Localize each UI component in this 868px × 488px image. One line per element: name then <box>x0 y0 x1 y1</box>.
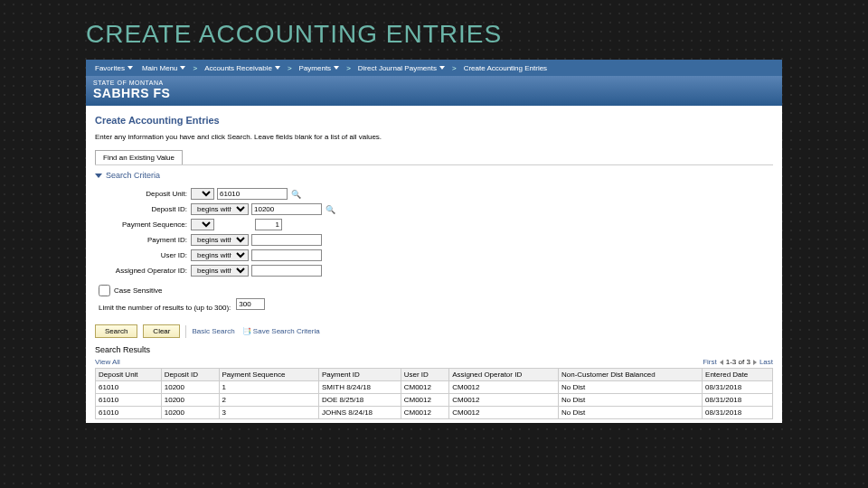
state-label: STATE OF MONTANA <box>93 80 775 86</box>
table-cell: No Dist <box>558 381 702 394</box>
deposit-unit-op[interactable]: = <box>191 188 214 200</box>
prev-icon[interactable] <box>720 360 723 365</box>
top-nav: Favorites Main Menu > Accounts Receivabl… <box>86 60 782 76</box>
page-title: Create Accounting Entries <box>95 115 773 126</box>
search-criteria: Deposit Unit: = 🔍 Deposit ID: begins wit… <box>100 187 773 277</box>
case-sensitive-label: Case Sensitive <box>114 286 162 295</box>
col-header[interactable]: Payment Sequence <box>219 369 319 381</box>
page-instructions: Enter any information you have and click… <box>95 133 773 141</box>
slide-title: CREATE ACCOUNTING ENTRIES <box>86 20 868 49</box>
brand-banner: STATE OF MONTANA SABHRS FS <box>86 76 782 106</box>
payment-seq-input[interactable] <box>255 219 282 230</box>
nav-favorites[interactable]: Favorites <box>90 64 137 72</box>
chevron-down-icon <box>127 66 133 70</box>
chevron-down-icon <box>334 66 339 70</box>
nav-payments[interactable]: Payments <box>295 64 344 72</box>
tab-row: Find an Existing Value <box>95 150 773 165</box>
clear-button[interactable]: Clear <box>143 324 180 338</box>
table-cell: CM0012 <box>449 407 559 419</box>
lookup-icon[interactable]: 🔍 <box>291 190 301 199</box>
nav-create-entries[interactable]: Create Accounting Entries <box>459 64 552 72</box>
user-id-op[interactable]: begins with <box>191 249 249 261</box>
col-header[interactable]: Non-Customer Dist Balanced <box>558 369 702 381</box>
payment-id-input[interactable] <box>251 234 322 246</box>
table-row[interactable]: 61010102001SMITH 8/24/18CM0012CM0012No D… <box>96 381 773 394</box>
nav-direct-journal[interactable]: Direct Journal Payments <box>354 64 449 72</box>
table-cell: No Dist <box>558 407 702 419</box>
table-cell: 3 <box>219 407 319 419</box>
deposit-id-input[interactable] <box>251 203 322 215</box>
deposit-id-op[interactable]: begins with <box>191 203 249 215</box>
breadcrumb-sep: > <box>190 64 200 72</box>
search-results-header: Search Results <box>95 345 773 354</box>
payment-id-label: Payment ID: <box>100 236 191 244</box>
search-criteria-toggle[interactable]: Search Criteria <box>95 171 773 180</box>
table-cell: 08/31/2018 <box>703 394 773 407</box>
last-link[interactable]: Last <box>760 358 773 366</box>
chevron-down-icon <box>180 66 185 70</box>
results-table: Deposit UnitDeposit IDPayment SequencePa… <box>95 368 773 419</box>
col-header[interactable]: Assigned Operator ID <box>449 369 559 381</box>
table-cell: CM0012 <box>401 394 449 407</box>
app-window: Favorites Main Menu > Accounts Receivabl… <box>86 60 782 423</box>
table-cell: 61010 <box>96 394 162 407</box>
search-button[interactable]: Search <box>95 324 137 338</box>
tab-find-existing[interactable]: Find an Existing Value <box>95 150 183 164</box>
col-header[interactable]: Deposit Unit <box>96 369 162 381</box>
col-header[interactable]: Payment ID <box>319 369 401 381</box>
deposit-unit-label: Deposit Unit: <box>100 190 191 198</box>
deposit-id-label: Deposit ID: <box>100 205 191 213</box>
breadcrumb-sep: > <box>285 64 295 72</box>
case-sensitive-checkbox[interactable] <box>99 285 110 296</box>
brand-label: SABHRS FS <box>93 86 775 100</box>
lookup-icon[interactable]: 🔍 <box>326 205 335 214</box>
divider <box>185 325 186 338</box>
first-link[interactable]: First <box>703 358 717 366</box>
nav-accounts-receivable[interactable]: Accounts Receivable <box>200 64 285 72</box>
table-cell: 10200 <box>161 394 219 407</box>
nav-main-menu[interactable]: Main Menu <box>137 64 191 72</box>
save-icon: 📑 <box>242 327 251 335</box>
assigned-op-op[interactable]: begins with <box>191 265 249 277</box>
table-cell: No Dist <box>558 394 702 407</box>
chevron-down-icon <box>439 66 445 70</box>
limit-input[interactable] <box>236 298 265 310</box>
breadcrumb-sep: > <box>344 64 354 72</box>
save-criteria-link[interactable]: 📑 Save Search Criteria <box>241 327 320 335</box>
user-id-label: User ID: <box>100 251 191 259</box>
user-id-input[interactable] <box>251 249 322 261</box>
table-cell: CM0012 <box>449 394 559 407</box>
assigned-op-input[interactable] <box>251 265 322 277</box>
table-cell: 1 <box>219 381 319 394</box>
table-cell: CM0012 <box>401 381 449 394</box>
payment-id-op[interactable]: begins with <box>191 234 249 246</box>
table-cell: 08/31/2018 <box>703 407 773 419</box>
col-header[interactable]: User ID <box>401 369 449 381</box>
limit-label: Limit the number of results to (up to 30… <box>99 304 231 312</box>
breadcrumb-sep: > <box>449 64 459 72</box>
view-all-link[interactable]: View All <box>95 358 120 366</box>
basic-search-link[interactable]: Basic Search <box>192 327 234 335</box>
table-cell: CM0012 <box>449 381 559 394</box>
table-cell: DOE 8/25/18 <box>319 394 401 407</box>
payment-seq-op[interactable]: = <box>191 219 214 230</box>
deposit-unit-input[interactable] <box>217 188 288 200</box>
col-header[interactable]: Entered Date <box>703 369 773 381</box>
table-cell: 10200 <box>161 381 219 394</box>
table-cell: 2 <box>219 394 319 407</box>
chevron-down-icon <box>275 66 280 70</box>
table-cell: JOHNS 8/24/18 <box>319 407 401 419</box>
table-cell: 61010 <box>96 381 162 394</box>
pager-range: 1-3 of 3 <box>726 358 750 366</box>
table-row[interactable]: 61010102003JOHNS 8/24/18CM0012CM0012No D… <box>96 407 773 419</box>
table-cell: 10200 <box>161 407 219 419</box>
payment-seq-label: Payment Sequence: <box>100 221 191 229</box>
table-cell: CM0012 <box>401 407 449 419</box>
table-cell: SMITH 8/24/18 <box>319 381 401 394</box>
next-icon[interactable] <box>753 360 757 365</box>
assigned-op-label: Assigned Operator ID: <box>100 267 191 275</box>
col-header[interactable]: Deposit ID <box>161 369 219 381</box>
collapse-icon <box>95 174 102 178</box>
table-cell: 61010 <box>96 407 162 419</box>
table-row[interactable]: 61010102002DOE 8/25/18CM0012CM0012No Dis… <box>96 394 773 407</box>
